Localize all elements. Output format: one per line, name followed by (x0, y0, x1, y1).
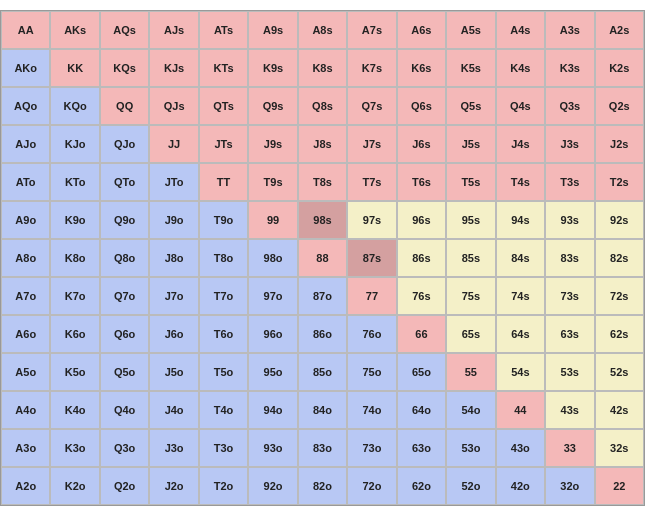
cell-82s[interactable]: 82s (595, 239, 644, 277)
cell-T4s[interactable]: T4s (496, 163, 545, 201)
cell-73o[interactable]: 73o (347, 429, 396, 467)
cell-KTo[interactable]: KTo (50, 163, 99, 201)
cell-JJ[interactable]: JJ (149, 125, 198, 163)
cell-K9o[interactable]: K9o (50, 201, 99, 239)
cell-53o[interactable]: 53o (446, 429, 495, 467)
cell-Q6s[interactable]: Q6s (397, 87, 446, 125)
cell-KJs[interactable]: KJs (149, 49, 198, 87)
cell-A7o[interactable]: A7o (1, 277, 50, 315)
cell-52o[interactable]: 52o (446, 467, 495, 505)
cell-Q3s[interactable]: Q3s (545, 87, 594, 125)
cell-QTo[interactable]: QTo (100, 163, 149, 201)
cell-93s[interactable]: 93s (545, 201, 594, 239)
cell-AA[interactable]: AA (1, 11, 50, 49)
cell-Q6o[interactable]: Q6o (100, 315, 149, 353)
cell-KTs[interactable]: KTs (199, 49, 248, 87)
cell-Q4s[interactable]: Q4s (496, 87, 545, 125)
cell-A2o[interactable]: A2o (1, 467, 50, 505)
cell-T2s[interactable]: T2s (595, 163, 644, 201)
cell-QJs[interactable]: QJs (149, 87, 198, 125)
cell-Q5o[interactable]: Q5o (100, 353, 149, 391)
cell-62s[interactable]: 62s (595, 315, 644, 353)
cell-A6o[interactable]: A6o (1, 315, 50, 353)
cell-63o[interactable]: 63o (397, 429, 446, 467)
cell-J4s[interactable]: J4s (496, 125, 545, 163)
cell-K8o[interactable]: K8o (50, 239, 99, 277)
cell-97o[interactable]: 97o (248, 277, 297, 315)
cell-A9s[interactable]: A9s (248, 11, 297, 49)
cell-A5o[interactable]: A5o (1, 353, 50, 391)
cell-86s[interactable]: 86s (397, 239, 446, 277)
cell-74s[interactable]: 74s (496, 277, 545, 315)
cell-99[interactable]: 99 (248, 201, 297, 239)
cell-K3s[interactable]: K3s (545, 49, 594, 87)
cell-T6o[interactable]: T6o (199, 315, 248, 353)
cell-AKs[interactable]: AKs (50, 11, 99, 49)
cell-T7s[interactable]: T7s (347, 163, 396, 201)
cell-A9o[interactable]: A9o (1, 201, 50, 239)
cell-86o[interactable]: 86o (298, 315, 347, 353)
cell-83o[interactable]: 83o (298, 429, 347, 467)
cell-J7o[interactable]: J7o (149, 277, 198, 315)
cell-A8s[interactable]: A8s (298, 11, 347, 49)
cell-ATs[interactable]: ATs (199, 11, 248, 49)
cell-K6s[interactable]: K6s (397, 49, 446, 87)
cell-JTs[interactable]: JTs (199, 125, 248, 163)
cell-A3o[interactable]: A3o (1, 429, 50, 467)
cell-T5s[interactable]: T5s (446, 163, 495, 201)
cell-KK[interactable]: KK (50, 49, 99, 87)
cell-J6s[interactable]: J6s (397, 125, 446, 163)
cell-43s[interactable]: 43s (545, 391, 594, 429)
cell-T9o[interactable]: T9o (199, 201, 248, 239)
cell-KJo[interactable]: KJo (50, 125, 99, 163)
cell-54o[interactable]: 54o (446, 391, 495, 429)
cell-98o[interactable]: 98o (248, 239, 297, 277)
cell-76s[interactable]: 76s (397, 277, 446, 315)
cell-AKo[interactable]: AKo (1, 49, 50, 87)
cell-72o[interactable]: 72o (347, 467, 396, 505)
cell-87o[interactable]: 87o (298, 277, 347, 315)
cell-32o[interactable]: 32o (545, 467, 594, 505)
cell-T6s[interactable]: T6s (397, 163, 446, 201)
cell-A2s[interactable]: A2s (595, 11, 644, 49)
cell-Q7s[interactable]: Q7s (347, 87, 396, 125)
cell-J6o[interactable]: J6o (149, 315, 198, 353)
cell-J5o[interactable]: J5o (149, 353, 198, 391)
cell-84o[interactable]: 84o (298, 391, 347, 429)
cell-AJs[interactable]: AJs (149, 11, 198, 49)
cell-Q4o[interactable]: Q4o (100, 391, 149, 429)
cell-ATo[interactable]: ATo (1, 163, 50, 201)
cell-T8s[interactable]: T8s (298, 163, 347, 201)
cell-TT[interactable]: TT (199, 163, 248, 201)
cell-AQs[interactable]: AQs (100, 11, 149, 49)
cell-77[interactable]: 77 (347, 277, 396, 315)
cell-64s[interactable]: 64s (496, 315, 545, 353)
cell-J2s[interactable]: J2s (595, 125, 644, 163)
cell-73s[interactable]: 73s (545, 277, 594, 315)
cell-T3o[interactable]: T3o (199, 429, 248, 467)
cell-96s[interactable]: 96s (397, 201, 446, 239)
cell-QQ[interactable]: QQ (100, 87, 149, 125)
cell-43o[interactable]: 43o (496, 429, 545, 467)
cell-84s[interactable]: 84s (496, 239, 545, 277)
cell-K2s[interactable]: K2s (595, 49, 644, 87)
cell-J9o[interactable]: J9o (149, 201, 198, 239)
cell-KQo[interactable]: KQo (50, 87, 99, 125)
cell-97s[interactable]: 97s (347, 201, 396, 239)
cell-A8o[interactable]: A8o (1, 239, 50, 277)
cell-72s[interactable]: 72s (595, 277, 644, 315)
cell-75s[interactable]: 75s (446, 277, 495, 315)
cell-J8o[interactable]: J8o (149, 239, 198, 277)
cell-33[interactable]: 33 (545, 429, 594, 467)
cell-J4o[interactable]: J4o (149, 391, 198, 429)
cell-T2o[interactable]: T2o (199, 467, 248, 505)
cell-K3o[interactable]: K3o (50, 429, 99, 467)
cell-88[interactable]: 88 (298, 239, 347, 277)
cell-AQo[interactable]: AQo (1, 87, 50, 125)
cell-22[interactable]: 22 (595, 467, 644, 505)
cell-K2o[interactable]: K2o (50, 467, 99, 505)
cell-93o[interactable]: 93o (248, 429, 297, 467)
cell-92o[interactable]: 92o (248, 467, 297, 505)
cell-Q2o[interactable]: Q2o (100, 467, 149, 505)
cell-87s[interactable]: 87s (347, 239, 396, 277)
